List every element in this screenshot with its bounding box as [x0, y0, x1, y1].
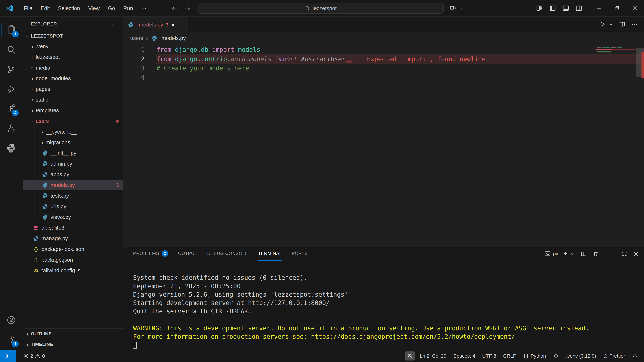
- tree-item-package-lock.json[interactable]: {}package-lock.json: [23, 244, 123, 255]
- py-file-icon: [42, 193, 48, 199]
- breadcrumb-models-py[interactable]: models.py: [162, 35, 186, 41]
- editor-more-actions-icon[interactable]: ⋯: [631, 21, 638, 28]
- menu-file[interactable]: File: [20, 3, 36, 13]
- encoding[interactable]: UTF-8: [480, 353, 498, 359]
- terminal-line: Django version 5.2.6, using settings 'le…: [133, 291, 644, 299]
- restore-button[interactable]: [608, 0, 626, 16]
- tree-item-.venv[interactable]: ›.venv: [23, 41, 123, 52]
- terminal-output[interactable]: System check identified no issues (0 sil…: [123, 261, 644, 350]
- run-dropdown-icon[interactable]: [608, 22, 613, 26]
- python-interpreter[interactable]: .venv (3.12.9): [564, 353, 598, 359]
- notifications-bell[interactable]: [630, 353, 640, 359]
- tree-item-manage.py[interactable]: manage.py: [23, 233, 123, 244]
- tree-item-lezzetspot[interactable]: ›lezzetspot: [23, 52, 123, 62]
- tree-item-pages[interactable]: ›pages: [23, 84, 123, 94]
- tree-item-tailwind.config.js[interactable]: JStailwind.config.js: [23, 265, 123, 276]
- timeline-section[interactable]: › TIMELINE: [23, 339, 123, 350]
- activity-search-icon[interactable]: [2, 40, 21, 60]
- tree-item-package.json[interactable]: {}package.json: [23, 254, 123, 265]
- outline-section[interactable]: › OUTLINE: [23, 328, 123, 339]
- tab-dirty-indicator[interactable]: ●: [172, 22, 175, 28]
- chevron-down-icon: [458, 6, 463, 10]
- tree-item-views.py[interactable]: views.py: [23, 212, 123, 223]
- panel-more-actions-icon[interactable]: ⋯: [604, 250, 610, 257]
- panel-tab-debug-console[interactable]: DEBUG CONSOLE: [207, 247, 248, 261]
- indentation[interactable]: Spaces: 4: [451, 353, 477, 359]
- line-number: 2: [123, 55, 144, 63]
- kill-terminal-icon[interactable]: [592, 251, 599, 257]
- tree-item-models.py[interactable]: models.py3: [23, 180, 123, 191]
- cursor-position[interactable]: Ln 2, Col 20: [418, 353, 448, 359]
- breadcrumb-users[interactable]: users: [130, 35, 143, 41]
- language-mode[interactable]: {} Python: [521, 353, 548, 359]
- menu-go[interactable]: Go: [104, 3, 119, 13]
- maximize-panel-icon[interactable]: [621, 251, 628, 257]
- tree-item-__pycache__[interactable]: ›__pycache__: [23, 126, 123, 137]
- minimap[interactable]: [595, 45, 636, 78]
- activity-source-control-icon[interactable]: [2, 59, 21, 79]
- copilot-chat-button[interactable]: [449, 4, 463, 12]
- go-forward-icon[interactable]: [183, 4, 192, 13]
- minimize-button[interactable]: [590, 0, 608, 16]
- activity-settings-icon[interactable]: 1: [2, 330, 21, 350]
- close-button[interactable]: [626, 0, 644, 16]
- activity-testing-icon[interactable]: [2, 119, 21, 138]
- problems-status[interactable]: 2 0: [21, 353, 47, 359]
- panel-tab-ports[interactable]: PORTS: [292, 247, 308, 261]
- tree-item-tests.py[interactable]: tests.py: [23, 190, 123, 201]
- tree-item-urls.py[interactable]: urls.py: [23, 201, 123, 212]
- tree-item-templates[interactable]: ›templates: [23, 105, 123, 116]
- activity-run-debug-icon[interactable]: [2, 79, 21, 99]
- remote-indicator[interactable]: [0, 350, 16, 362]
- activity-account-icon[interactable]: [2, 310, 21, 330]
- tree-item-users[interactable]: ›users: [23, 116, 123, 126]
- command-center-search[interactable]: lezzetspot: [198, 3, 444, 13]
- formatter-status[interactable]: ⊘ Prettier: [601, 353, 627, 359]
- editor-actions: ⋯: [599, 17, 644, 32]
- tree-item-db.sqlite3[interactable]: db.sqlite3: [23, 222, 123, 233]
- copilot-status[interactable]: [551, 353, 561, 359]
- terminal-profile-icon[interactable]: py: [544, 250, 558, 257]
- customize-layout-icon[interactable]: [536, 5, 543, 12]
- activity-explorer-icon[interactable]: 1: [2, 20, 21, 40]
- tree-item-migrations[interactable]: ›migrations: [23, 137, 123, 148]
- tree-item-apps.py[interactable]: apps.py: [23, 169, 123, 180]
- toggle-primary-sidebar-icon[interactable]: [549, 5, 556, 12]
- tab-models-py[interactable]: models.py 3 ●: [123, 17, 188, 32]
- badge: 4: [12, 110, 18, 116]
- editor-scrollbar[interactable]: [636, 44, 644, 246]
- tree-item-media[interactable]: ›media: [23, 62, 123, 73]
- tree-item-__init__.py[interactable]: __init__.py: [23, 148, 123, 159]
- code-editor[interactable]: 1from django.db import models2from djang…: [123, 44, 644, 246]
- breadcrumb: users › models.py: [123, 32, 644, 44]
- menu-run[interactable]: Run: [120, 3, 137, 13]
- tree-item-node_modules[interactable]: ›node_modules: [23, 73, 123, 84]
- line-number: 4: [123, 74, 144, 81]
- activity-extensions-icon[interactable]: 4: [2, 99, 21, 119]
- split-terminal-icon[interactable]: [580, 251, 587, 257]
- eol-sequence[interactable]: CRLF: [501, 353, 518, 359]
- menu-[interactable]: ⋯: [138, 3, 150, 13]
- close-panel-icon[interactable]: [633, 251, 639, 257]
- menu-selection[interactable]: Selection: [54, 3, 84, 13]
- split-editor-icon[interactable]: [619, 21, 626, 27]
- go-back-icon[interactable]: [170, 4, 179, 13]
- item-label: static: [36, 97, 48, 103]
- panel-tab-problems[interactable]: PROBLEMS2: [133, 247, 168, 261]
- panel-tab-output[interactable]: OUTPUT: [178, 247, 198, 261]
- explorer-more-actions-icon[interactable]: ⋯: [111, 21, 117, 27]
- menu-view[interactable]: View: [84, 3, 103, 13]
- toggle-panel-icon[interactable]: [562, 5, 569, 12]
- toggle-secondary-sidebar-icon[interactable]: [576, 5, 582, 12]
- new-terminal-icon[interactable]: +: [564, 250, 568, 257]
- run-python-file-icon[interactable]: [599, 21, 606, 28]
- zoom-indicator[interactable]: [405, 352, 415, 361]
- menu-edit[interactable]: Edit: [37, 3, 54, 13]
- tree-item-static[interactable]: ›static: [23, 94, 123, 105]
- terminal-dropdown-icon[interactable]: [570, 252, 575, 256]
- chevron-icon: ›: [24, 331, 31, 337]
- activity-python-icon[interactable]: [2, 138, 21, 158]
- tree-item-admin.py[interactable]: admin.py: [23, 158, 123, 169]
- tree-root-lezzetspot[interactable]: › LEZZETSPOT: [23, 31, 123, 41]
- panel-tab-terminal[interactable]: TERMINAL: [258, 247, 282, 261]
